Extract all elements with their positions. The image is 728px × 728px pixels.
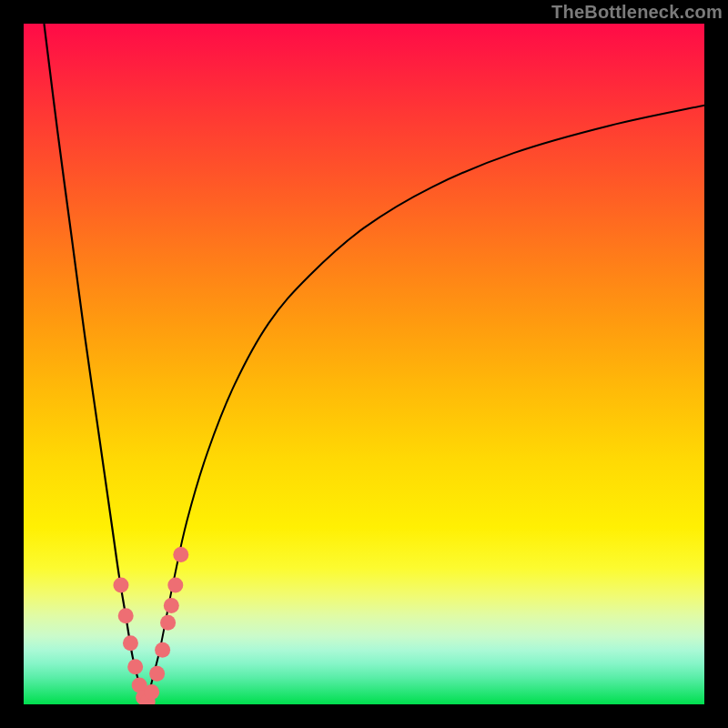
- data-marker: [173, 547, 188, 562]
- data-marker: [160, 615, 176, 631]
- curve-layer: [24, 24, 704, 704]
- chart-frame: TheBottleneck.com: [0, 0, 728, 728]
- watermark-text: TheBottleneck.com: [551, 2, 723, 23]
- data-marker: [149, 666, 165, 682]
- data-marker: [155, 642, 170, 658]
- data-marker: [123, 635, 138, 651]
- data-marker: [118, 608, 134, 623]
- data-marker: [127, 659, 143, 674]
- data-marker: [167, 578, 183, 593]
- data-marker: [164, 598, 179, 613]
- data-marker: [113, 578, 128, 593]
- marker-group: [113, 547, 188, 704]
- data-marker: [144, 684, 159, 700]
- plot-area: [24, 24, 704, 704]
- right-branch-path: [147, 106, 704, 704]
- left-branch-path: [44, 24, 146, 704]
